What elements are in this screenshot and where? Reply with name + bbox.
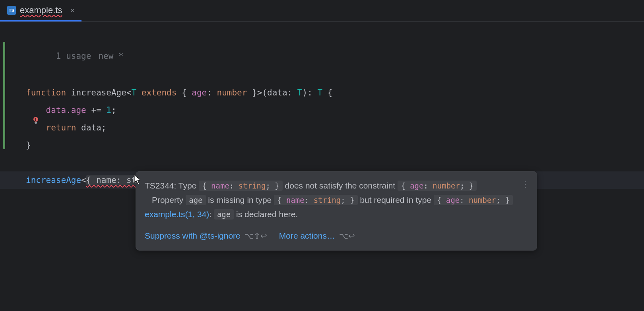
editor-area: 1 usagenew * function increaseAge<T exte… (0, 22, 644, 311)
code-line-1: function increaseAge<T extends { age: nu… (26, 84, 644, 101)
code-line-2: data.age += 1; (26, 101, 644, 119)
code-line-3: return data; (26, 119, 644, 136)
error-tooltip: ⋮ TS2344: Type { name: string; } does no… (136, 171, 537, 251)
shortcut-label: ⌥↩ (339, 229, 355, 243)
tooltip-line-2: Property age is missing in type { name: … (145, 193, 528, 207)
goto-declaration-link[interactable]: example.ts(1, 34) (145, 210, 209, 219)
gutter (0, 22, 26, 311)
inlay-hints: 1 usagenew * (26, 30, 644, 82)
vcs-changed-marker[interactable] (3, 42, 5, 149)
file-tab[interactable]: TS example.ts × (0, 0, 81, 21)
typescript-icon: TS (7, 6, 16, 15)
tooltip-actions: Suppress with @ts-ignore ⌥⇧↩ More action… (145, 229, 528, 243)
new-hint[interactable]: new * (98, 51, 123, 61)
tooltip-line-3: example.ts(1, 34): age is declared here. (145, 207, 528, 222)
code-line-4: } (26, 136, 644, 154)
more-actions[interactable]: More actions… ⌥↩ (279, 229, 355, 243)
tab-filename: example.ts (20, 5, 62, 16)
code-editor[interactable]: 1 usagenew * function increaseAge<T exte… (26, 22, 644, 311)
usage-hint[interactable]: 1 usage (56, 51, 91, 61)
tab-bar: TS example.ts × (0, 0, 644, 22)
close-tab-icon[interactable]: × (70, 6, 74, 14)
code-line-5 (26, 154, 644, 171)
suppress-action[interactable]: Suppress with @ts-ignore ⌥⇧↩ (145, 229, 267, 243)
tooltip-line-1: TS2344: Type { name: string; } does not … (145, 179, 528, 193)
shortcut-label: ⌥⇧↩ (244, 229, 267, 243)
tooltip-more-icon[interactable]: ⋮ (521, 177, 530, 191)
